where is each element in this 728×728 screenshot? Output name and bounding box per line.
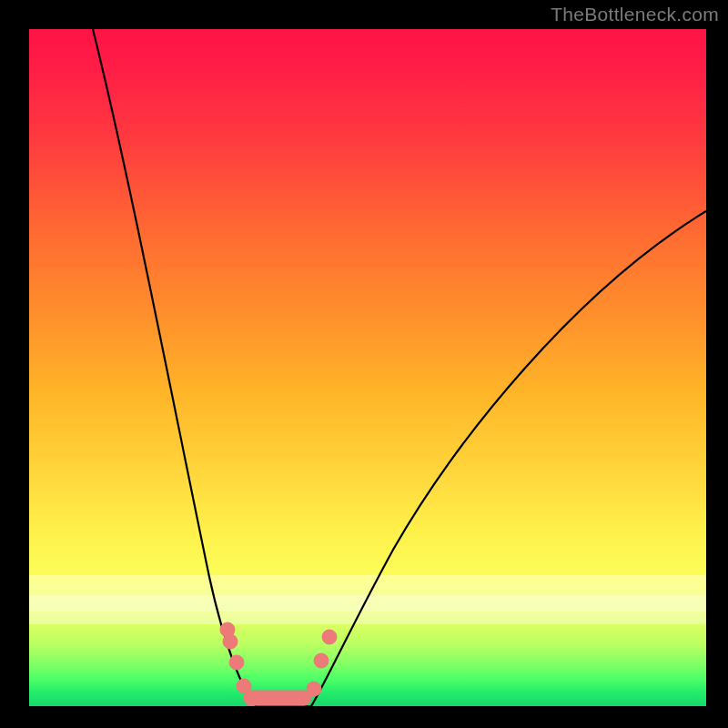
plot-area bbox=[29, 29, 706, 706]
marker-dot bbox=[307, 682, 321, 696]
curve-layer bbox=[29, 29, 706, 706]
marker-dot bbox=[322, 630, 337, 644]
curve-left-branch bbox=[93, 29, 257, 706]
watermark-text: TheBottleneck.com bbox=[551, 4, 719, 25]
chart-stage: TheBottleneck.com bbox=[0, 0, 728, 728]
marker-pill bbox=[244, 691, 311, 705]
curve-right-branch bbox=[311, 211, 706, 706]
marker-dot bbox=[237, 679, 251, 693]
marker-dot bbox=[223, 634, 238, 649]
marker-dot bbox=[314, 653, 329, 668]
marker-group bbox=[220, 622, 337, 705]
marker-dot bbox=[229, 655, 244, 670]
